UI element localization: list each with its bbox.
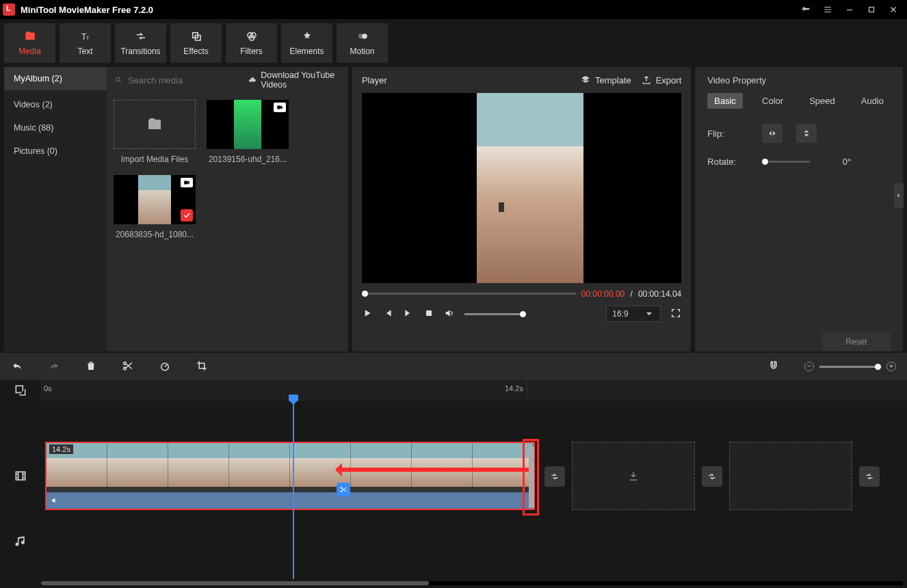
tab-speed[interactable]: Speed [802, 93, 842, 109]
timeline-scrollbar[interactable] [41, 581, 903, 585]
timeline-ruler[interactable]: 0s 14.2s [41, 380, 907, 401]
empty-clip-slot[interactable] [572, 442, 695, 510]
sidebar-item-music[interactable]: Music (88) [4, 116, 107, 139]
tab-media[interactable]: Media [4, 23, 55, 63]
player-title: Player [362, 75, 387, 85]
svg-rect-13 [426, 310, 432, 316]
speaker-icon [51, 496, 59, 505]
zoom-slider[interactable] [819, 366, 881, 368]
playhead[interactable] [293, 395, 294, 579]
zoom-in-button[interactable]: + [886, 362, 896, 371]
tab-audio[interactable]: Audio [854, 93, 891, 109]
flip-vertical-button[interactable] [796, 124, 817, 143]
undo-button[interactable] [11, 360, 23, 374]
seek-thumb[interactable] [362, 291, 368, 297]
checkmark-icon [181, 209, 193, 222]
sidebar-item-myalbum[interactable]: MyAlbum (2) [4, 67, 107, 90]
tab-basic[interactable]: Basic [707, 93, 743, 109]
clip-audio-waveform [47, 492, 534, 509]
clip-trim-handle[interactable] [523, 439, 539, 516]
fullscreen-button[interactable] [670, 308, 681, 321]
maximize-button[interactable] [860, 0, 882, 19]
collapse-panel-button[interactable] [894, 183, 904, 208]
prev-frame-button[interactable] [382, 308, 393, 321]
seek-track[interactable] [362, 293, 576, 295]
layers-add-icon [14, 384, 27, 397]
download-youtube-link[interactable]: Download YouTube Videos [248, 70, 340, 90]
tick-label: 14.2s [505, 384, 523, 392]
rotate-slider[interactable] [762, 161, 810, 163]
media-grid: Import Media Files 20139156-uhd_216... [107, 93, 348, 351]
trash-icon [85, 360, 97, 372]
tab-filters[interactable]: Filters [226, 23, 277, 63]
transition-slot-button[interactable] [859, 466, 880, 487]
download-icon [627, 470, 640, 482]
rotate-value: 0° [824, 157, 851, 167]
flip-horizontal-button[interactable] [762, 124, 783, 143]
menu-icon[interactable] [817, 0, 839, 19]
tab-effects[interactable]: Effects [170, 23, 222, 63]
sidebar-item-pictures[interactable]: Pictures (0) [4, 139, 107, 163]
media-item[interactable]: 20683835-hd_1080... [114, 175, 196, 239]
svg-rect-18 [16, 472, 25, 480]
split-marker-icon[interactable] [337, 483, 350, 496]
svg-rect-12 [184, 181, 187, 185]
speed-icon [159, 360, 171, 372]
stop-button[interactable] [423, 308, 434, 321]
media-item[interactable]: 20139156-uhd_216... [207, 100, 289, 164]
close-button[interactable] [882, 0, 904, 19]
property-tabs: Basic Color Speed Audio [695, 93, 903, 117]
flip-horizontal-icon [767, 129, 778, 138]
transition-slot-button[interactable] [544, 466, 565, 487]
volume-button[interactable] [444, 308, 455, 321]
volume-slider[interactable] [464, 313, 526, 315]
template-button[interactable]: Template [580, 75, 631, 85]
play-button[interactable] [362, 308, 373, 321]
split-button[interactable] [122, 360, 134, 374]
add-track-button[interactable] [0, 380, 41, 401]
tab-label: Media [18, 46, 41, 56]
transition-slot-button[interactable] [702, 466, 722, 487]
redo-button[interactable] [48, 360, 60, 374]
svg-rect-0 [869, 8, 874, 12]
tab-label: Motion [350, 46, 374, 56]
tab-motion[interactable]: Motion [337, 23, 388, 63]
film-icon [14, 469, 27, 483]
snap-button[interactable] [767, 360, 780, 374]
import-media-button[interactable]: Import Media Files [114, 100, 196, 164]
current-time: 00:00:00.00 [581, 289, 625, 299]
sidebar-item-videos[interactable]: Videos (2) [4, 93, 107, 116]
video-clip[interactable]: 14.2s [45, 442, 535, 510]
clip-duration: 14.2s [49, 444, 73, 454]
search-icon [115, 75, 122, 85]
tab-text[interactable]: TT Text [60, 23, 111, 63]
tab-label: Elements [289, 46, 324, 56]
svg-point-10 [116, 77, 120, 81]
media-panel: MyAlbum (2) Download YouTube Videos Vide… [4, 67, 348, 351]
minimize-button[interactable] [839, 0, 860, 19]
scissors-icon [122, 360, 134, 372]
aspect-ratio-select[interactable]: 16:9 [606, 306, 661, 322]
upgrade-key-icon[interactable] [795, 0, 817, 19]
speed-button[interactable] [159, 360, 171, 374]
export-button[interactable]: Export [641, 75, 682, 85]
tab-transitions[interactable]: Transitions [115, 23, 166, 63]
empty-clip-slot[interactable] [729, 442, 852, 510]
next-frame-button[interactable] [403, 308, 414, 321]
crop-button[interactable] [196, 360, 208, 374]
delete-button[interactable] [85, 360, 97, 374]
video-lane: 14.2s [41, 442, 907, 510]
tab-label: Transitions [120, 46, 160, 56]
export-icon [641, 75, 652, 85]
zoom-out-button[interactable]: − [804, 362, 814, 371]
tab-elements[interactable]: Elements [281, 23, 332, 63]
transition-icon [549, 471, 560, 482]
flip-label: Flip: [707, 129, 748, 139]
svg-point-9 [358, 34, 364, 39]
tab-label: Effects [183, 46, 208, 56]
search-input[interactable] [128, 75, 243, 85]
titlebar: MiniTool MovieMaker Free 7.2.0 [0, 0, 907, 19]
tab-color[interactable]: Color [755, 93, 790, 109]
svg-point-20 [341, 491, 342, 492]
reset-button[interactable]: Reset [822, 332, 891, 351]
